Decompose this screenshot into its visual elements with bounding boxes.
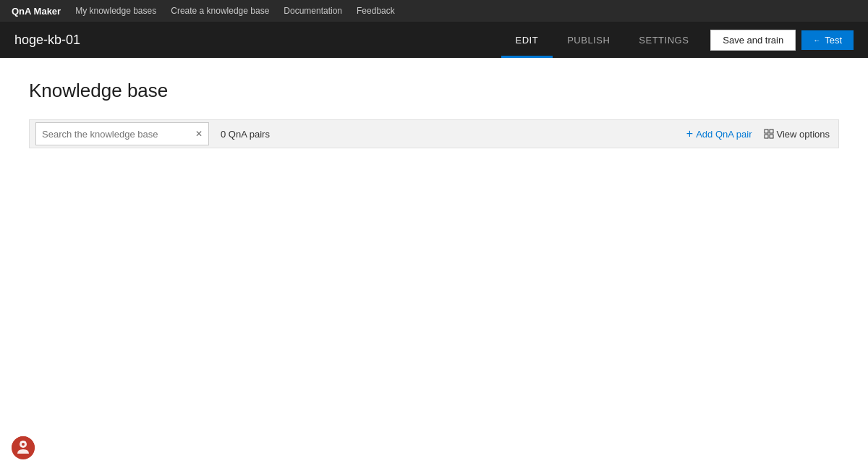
create-knowledge-base-link[interactable]: Create a knowledge base — [171, 6, 269, 16]
feedback-link[interactable]: Feedback — [357, 6, 395, 16]
settings-tab[interactable]: SETTINGS — [624, 22, 703, 58]
qna-pairs-count: 0 QnA pairs — [221, 129, 686, 140]
svg-rect-2 — [765, 135, 768, 138]
svg-rect-7 — [20, 441, 26, 443]
page-title: Knowledge base — [29, 80, 839, 102]
header-nav: EDIT PUBLISH SETTINGS Save and train ← T… — [501, 22, 854, 58]
test-button[interactable]: ← Test — [801, 30, 854, 50]
svg-rect-0 — [765, 130, 768, 133]
avatar[interactable] — [12, 436, 35, 459]
search-box: ✕ — [35, 122, 209, 145]
grid-icon — [764, 129, 774, 139]
search-clear-icon[interactable]: ✕ — [195, 129, 203, 139]
svg-point-6 — [22, 443, 25, 446]
svg-rect-3 — [770, 135, 773, 138]
plus-icon: + — [686, 127, 693, 140]
main-content: Knowledge base ✕ 0 QnA pairs + Add QnA p… — [0, 58, 868, 170]
documentation-link[interactable]: Documentation — [284, 6, 342, 16]
brand-logo: QnA Maker — [12, 6, 61, 17]
my-knowledge-bases-link[interactable]: My knowledge bases — [75, 6, 156, 16]
publish-tab[interactable]: PUBLISH — [553, 22, 624, 58]
toolbar-actions: + Add QnA pair View options — [686, 127, 838, 140]
svg-rect-1 — [770, 130, 773, 133]
toolbar-row: ✕ 0 QnA pairs + Add QnA pair View op — [29, 119, 839, 148]
header-bar: hoge-kb-01 EDIT PUBLISH SETTINGS Save an… — [0, 22, 868, 58]
edit-tab[interactable]: EDIT — [501, 22, 553, 58]
test-arrow-icon: ← — [813, 36, 820, 44]
view-options-button[interactable]: View options — [764, 129, 830, 140]
save-train-button[interactable]: Save and train — [710, 30, 796, 51]
search-input[interactable] — [42, 129, 195, 140]
avatar-icon — [12, 436, 35, 459]
top-nav: QnA Maker My knowledge bases Create a kn… — [0, 0, 868, 22]
kb-title: hoge-kb-01 — [14, 33, 501, 48]
add-qna-button[interactable]: + Add QnA pair — [686, 127, 752, 140]
